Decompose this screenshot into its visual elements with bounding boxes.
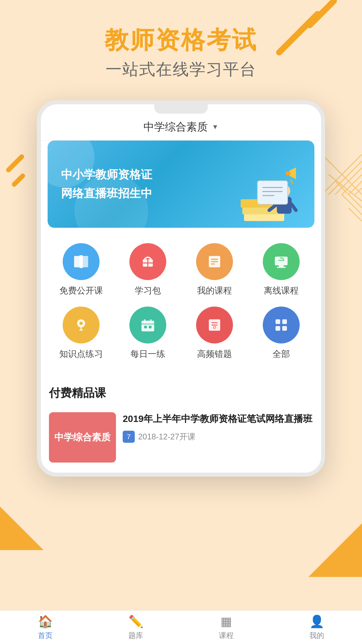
nav-label-questionbank: 题库 xyxy=(128,631,143,641)
paid-courses-section: 付费精品课 中学综合素质 2019年上半年中学教师资格证笔试网络直播班 7 20… xyxy=(41,375,321,473)
phone-mockup: 中学综合素质 ▼ 中小学教师资格证 网络直播班招生中 xyxy=(37,100,325,477)
knowledge-label: 知识点练习 xyxy=(59,348,103,360)
svg-rect-47 xyxy=(141,321,154,331)
course-date: 7 2018-12-27开课 xyxy=(123,431,313,443)
svg-rect-61 xyxy=(276,326,280,331)
banner-illustration xyxy=(237,161,304,228)
study-pack-icon xyxy=(129,243,166,280)
icon-grid: 免费公开课 学习包 xyxy=(41,233,321,370)
icon-item-study-pack[interactable]: 学习包 xyxy=(118,243,178,297)
icon-item-knowledge[interactable]: 知识点练习 xyxy=(51,307,111,360)
svg-rect-25 xyxy=(286,172,291,175)
icon-row-2: 知识点练习 每日 xyxy=(48,307,314,360)
errors-icon xyxy=(196,307,233,343)
icon-row-1: 免费公开课 学习包 xyxy=(48,243,314,297)
svg-line-26 xyxy=(291,179,293,184)
nav-item-home[interactable]: 🏠 首页 xyxy=(0,611,90,644)
banner-text: 中小学教师资格证 网络直播班招生中 xyxy=(61,167,152,201)
header-area: 教师资格考试 一站式在线学习平台 xyxy=(0,0,362,94)
all-label: 全部 xyxy=(273,348,290,360)
my-course-icon xyxy=(196,243,233,280)
banner-line2: 网络直播班招生中 xyxy=(61,186,152,201)
all-icon xyxy=(263,307,300,343)
calendar-icon: 7 xyxy=(123,431,135,443)
study-pack-label: 学习包 xyxy=(135,285,161,297)
svg-rect-60 xyxy=(282,319,287,324)
category-selector[interactable]: 中学综合素质 ▼ xyxy=(143,120,219,135)
icon-item-my-course[interactable]: 我的课程 xyxy=(184,243,245,297)
daily-label: 每日一练 xyxy=(130,348,165,360)
questionbank-icon: ✏️ xyxy=(128,614,143,629)
category-label: 中学综合素质 xyxy=(143,120,208,135)
nav-label-home: 首页 xyxy=(38,631,53,641)
chevron-down-icon: ▼ xyxy=(212,123,219,131)
svg-rect-51 xyxy=(144,326,147,328)
main-title: 教师资格考试 xyxy=(0,27,362,53)
icon-item-daily[interactable]: 每日一练 xyxy=(118,307,178,360)
svg-rect-29 xyxy=(79,255,83,268)
free-course-label: 免费公开课 xyxy=(59,285,103,297)
course-info: 2019年上半年中学教师资格证笔试网络直播班 7 2018-12-27开课 xyxy=(123,412,313,443)
icon-item-free-course[interactable]: 免费公开课 xyxy=(51,243,111,297)
banner[interactable]: 中小学教师资格证 网络直播班招生中 xyxy=(48,141,314,228)
nav-item-questionbank[interactable]: ✏️ 题库 xyxy=(90,611,181,644)
icon-item-offline[interactable]: 离线课程 xyxy=(251,243,311,297)
phone-notch xyxy=(154,104,208,114)
course-thumbnail: 中学综合素质 xyxy=(49,412,116,463)
svg-rect-62 xyxy=(282,326,287,331)
nav-item-mine[interactable]: 👤 我的 xyxy=(272,611,362,644)
svg-marker-12 xyxy=(308,523,362,577)
knowledge-icon xyxy=(63,307,100,343)
icon-item-errors[interactable]: 高频错题 xyxy=(184,307,245,360)
icon-item-all[interactable]: 全部 xyxy=(251,307,311,360)
nav-label-course: 课程 xyxy=(219,631,234,641)
svg-rect-20 xyxy=(257,181,288,204)
mine-icon: 👤 xyxy=(309,614,324,629)
nav-label-mine: 我的 xyxy=(309,631,324,641)
banner-line1: 中小学教师资格证 xyxy=(61,167,152,182)
phone-mockup-wrapper: 中学综合素质 ▼ 中小学教师资格证 网络直播班招生中 xyxy=(0,100,362,477)
sub-title: 一站式在线学习平台 xyxy=(0,59,362,80)
svg-rect-59 xyxy=(276,319,280,324)
section-title: 付费精品课 xyxy=(49,385,313,401)
course-card[interactable]: 中学综合素质 2019年上半年中学教师资格证笔试网络直播班 7 2018-12-… xyxy=(49,409,313,466)
my-course-label: 我的课程 xyxy=(197,285,232,297)
home-icon: 🏠 xyxy=(38,614,53,629)
nav-item-course[interactable]: ▦ 课程 xyxy=(181,611,272,644)
bottom-nav: 🏠 首页 ✏️ 题库 ▦ 课程 👤 我的 xyxy=(0,610,362,644)
svg-point-46 xyxy=(79,322,83,325)
phone-topbar: 中学综合素质 ▼ xyxy=(41,114,321,141)
free-course-icon xyxy=(63,243,100,280)
course-icon: ▦ xyxy=(221,614,232,629)
svg-marker-11 xyxy=(0,506,44,550)
course-name: 2019年上半年中学教师资格证笔试网络直播班 xyxy=(123,412,313,425)
svg-line-19 xyxy=(292,204,296,210)
daily-icon xyxy=(129,307,166,343)
phone-content: 中学综合素质 ▼ 中小学教师资格证 网络直播班招生中 xyxy=(41,114,321,473)
errors-label: 高频错题 xyxy=(197,348,232,360)
offline-icon xyxy=(263,243,300,280)
offline-label: 离线课程 xyxy=(264,285,299,297)
svg-rect-52 xyxy=(149,326,152,328)
course-date-text: 2018-12-27开课 xyxy=(138,431,195,442)
